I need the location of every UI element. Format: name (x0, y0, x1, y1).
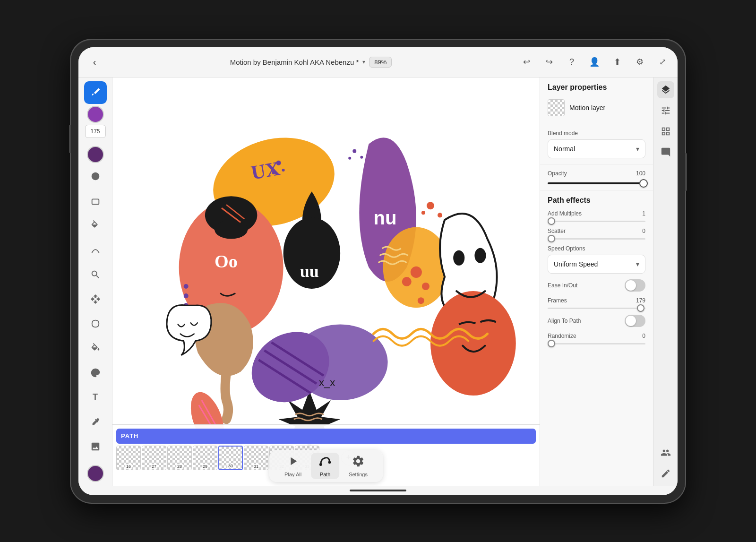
settings-button[interactable]: ⚙ (632, 54, 647, 69)
comments-icon-btn[interactable] (657, 144, 674, 161)
panel-title: Layer properties (548, 83, 645, 92)
paint-brush-tool[interactable] (84, 81, 107, 104)
people-icon-btn[interactable] (657, 444, 674, 461)
path-icon (318, 455, 332, 471)
doc-title: Motion by Benjamin Kohl AKA Nebenzu * (230, 58, 359, 66)
blend-mode-value: Normal (554, 145, 575, 153)
scatter-label: Scatter (548, 228, 566, 234)
randomize-slider[interactable] (548, 343, 645, 344)
doc-title-arrow[interactable]: ▾ (362, 59, 365, 65)
motion-layer-item[interactable]: Motion layer (548, 97, 645, 118)
frames-label: Frames (548, 297, 567, 304)
svg-text:x_x: x_x (319, 376, 335, 388)
bottom-color-swatch[interactable] (87, 465, 104, 482)
blend-mode-section: Blend mode Normal ▾ (540, 124, 653, 164)
selection-tool[interactable] (84, 263, 107, 286)
canvas-area[interactable]: UX Oo uu nu m UX (112, 77, 540, 486)
undo-button[interactable]: ↩ (519, 54, 534, 69)
svg-text:nu: nu (373, 207, 396, 229)
redo-button[interactable]: ↪ (541, 54, 557, 69)
frame-28[interactable]: 28 (167, 446, 192, 470)
randomize-thumb[interactable] (548, 340, 555, 347)
smudge-tool[interactable] (84, 165, 107, 188)
ease-inout-toggle[interactable] (625, 279, 645, 292)
back-button[interactable]: ‹ (86, 53, 103, 70)
speed-options-arrow: ▾ (636, 260, 639, 268)
svg-point-25 (418, 297, 424, 304)
text-tool[interactable]: T (84, 386, 107, 409)
ease-inout-label: Ease In/Out (548, 282, 577, 289)
svg-point-24 (402, 276, 412, 286)
user-button[interactable]: 👤 (587, 54, 602, 69)
fill-tool[interactable] (84, 214, 107, 237)
frame-31[interactable]: 31 (244, 446, 268, 470)
eraser-tool[interactable] (84, 189, 107, 212)
blend-mode-arrow: ▾ (636, 145, 639, 153)
speed-options-label: Speed Options (548, 245, 645, 252)
home-bar (350, 490, 406, 491)
svg-point-17 (282, 168, 285, 171)
share-button[interactable]: ⬆ (610, 54, 625, 69)
home-indicator (78, 486, 678, 495)
frame-num-27: 27 (151, 464, 157, 469)
zoom-badge[interactable]: 89% (369, 57, 392, 68)
play-all-tab[interactable]: Play All (277, 453, 309, 479)
scatter-row: Scatter 0 (548, 228, 645, 234)
align-to-path-row: Align To Path (548, 315, 645, 327)
paint-bucket-tool[interactable] (84, 337, 107, 360)
blend-mode-dropdown[interactable]: Normal ▾ (548, 139, 645, 158)
settings-tab[interactable]: Settings (341, 453, 375, 479)
svg-point-35 (184, 293, 189, 298)
svg-point-41 (352, 149, 356, 153)
pen-icon-btn[interactable] (657, 465, 674, 482)
opacity-slider-track[interactable] (548, 182, 645, 184)
grid-icon-btn[interactable] (657, 123, 674, 140)
align-to-path-label: Align To Path (548, 318, 581, 324)
frame-16[interactable]: 16 (116, 446, 141, 470)
opacity-slider-thumb[interactable] (639, 179, 648, 188)
svg-point-22 (411, 266, 422, 277)
frames-thumb[interactable] (637, 304, 644, 312)
scatter-thumb[interactable] (548, 235, 555, 242)
image-tool[interactable] (84, 435, 107, 458)
add-multiples-thumb[interactable] (548, 217, 555, 225)
fullscreen-button[interactable]: ⤢ (655, 54, 670, 69)
frame-29[interactable]: 29 (193, 446, 217, 470)
adjustments-icon-btn[interactable] (657, 102, 674, 119)
opacity-row: Opacity 100 (548, 170, 645, 180)
adjust-tool[interactable] (84, 361, 107, 384)
align-to-path-toggle[interactable] (625, 315, 645, 327)
randomize-row: Randomize 0 (548, 333, 645, 339)
svg-point-20 (438, 213, 442, 217)
help-button[interactable]: ? (564, 54, 579, 69)
frame-num-31: 31 (253, 464, 259, 469)
opacity-section: Opacity 100 (540, 164, 653, 190)
move-tool[interactable] (84, 288, 107, 310)
left-toolbar: 175 (78, 77, 112, 486)
add-multiples-row: Add Multiples 1 (548, 210, 645, 217)
add-multiples-slider[interactable] (548, 221, 645, 222)
svg-point-34 (184, 284, 189, 289)
frame-30[interactable]: 30 (218, 446, 243, 470)
play-all-label: Play All (284, 472, 301, 477)
secondary-color-swatch[interactable] (87, 146, 104, 163)
speed-options-dropdown[interactable]: Uniform Speed ▾ (548, 255, 645, 274)
path-tab[interactable]: Path (311, 453, 339, 479)
curve-tool[interactable] (84, 239, 107, 261)
svg-point-44 (328, 461, 331, 464)
top-bar-center: Motion by Benjamin Kohl AKA Nebenzu * ▾ … (109, 57, 513, 68)
svg-point-38 (215, 220, 248, 239)
frames-slider[interactable] (548, 308, 645, 309)
scatter-slider[interactable] (548, 238, 645, 240)
opacity-label: Opacity (548, 170, 567, 177)
lasso-tool[interactable] (84, 312, 107, 335)
top-bar-right: ↩ ↪ ? 👤 ⬆ ⚙ ⤢ (519, 54, 670, 69)
toolbar-divider-1 (87, 142, 104, 142)
eyedropper-tool[interactable] (84, 411, 107, 433)
brush-size-display[interactable]: 175 (85, 125, 106, 138)
primary-color-swatch[interactable] (87, 106, 104, 123)
svg-point-18 (272, 170, 275, 174)
frame-num-30: 30 (227, 464, 234, 468)
frame-27[interactable]: 27 (142, 446, 166, 470)
layers-icon-btn[interactable] (657, 81, 674, 98)
